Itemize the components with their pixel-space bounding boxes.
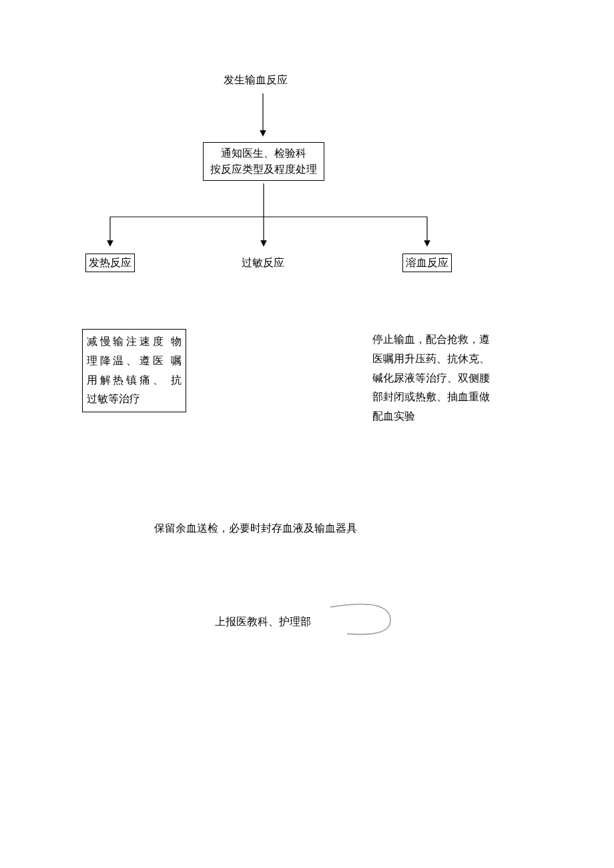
hemo-treat-line5: 配血实验 xyxy=(372,407,513,426)
hemo-treat-line3: 碱化尿液等治疗、双侧腰 xyxy=(372,369,513,388)
node-hemolysis-treatment: 停止输血，配合抢救，遵 医嘱用升压药、抗休克、 碱化尿液等治疗、双侧腰 部封闭或… xyxy=(372,330,513,426)
decorative-curve xyxy=(327,597,407,644)
node-start: 发生输血反应 xyxy=(224,72,288,88)
fever-treat-line2: 理降温、遵医 嘱 xyxy=(87,352,182,371)
arrow-start-to-notify xyxy=(260,93,266,140)
node-fever-label: 发热反应 xyxy=(89,257,131,268)
node-allergy-label: 过敏反应 xyxy=(242,257,284,268)
node-allergy: 过敏反应 xyxy=(242,255,284,271)
node-fever: 发热反应 xyxy=(85,254,135,272)
hemo-treat-line2: 医嘱用升压药、抗休克、 xyxy=(372,350,513,369)
node-fever-treatment: 减慢输注速度 物 理降温、遵医 嘱 用解热镇痛、 抗 过敏等治疗 xyxy=(82,329,186,412)
node-notify: 通知医生、检验科 按反应类型及程度处理 xyxy=(203,142,324,181)
fever-treat-line1: 减慢输注速度 物 xyxy=(87,332,182,352)
node-preserve: 保留余血送检，必要时封存血液及输血器具 xyxy=(154,520,357,536)
node-preserve-label: 保留余血送检，必要时封存血液及输血器具 xyxy=(154,522,357,534)
node-report-label: 上报医教科、护理部 xyxy=(215,616,311,627)
node-hemolysis-label: 溶血反应 xyxy=(406,257,448,268)
node-notify-line2: 按反应类型及程度处理 xyxy=(209,161,318,177)
node-report: 上报医教科、护理部 xyxy=(215,614,311,630)
fever-treat-line3: 用解热镇痛、 抗 xyxy=(87,371,182,390)
fever-treat-line4: 过敏等治疗 xyxy=(87,390,182,409)
hemo-treat-line4: 部封闭或热敷、抽血重做 xyxy=(372,388,513,407)
node-hemolysis: 溶血反应 xyxy=(402,254,452,272)
branch-connector xyxy=(100,183,447,250)
hemo-treat-line1: 停止输血，配合抢救，遵 xyxy=(372,330,513,350)
node-notify-line1: 通知医生、检验科 xyxy=(209,145,318,161)
node-start-label: 发生输血反应 xyxy=(224,74,288,85)
